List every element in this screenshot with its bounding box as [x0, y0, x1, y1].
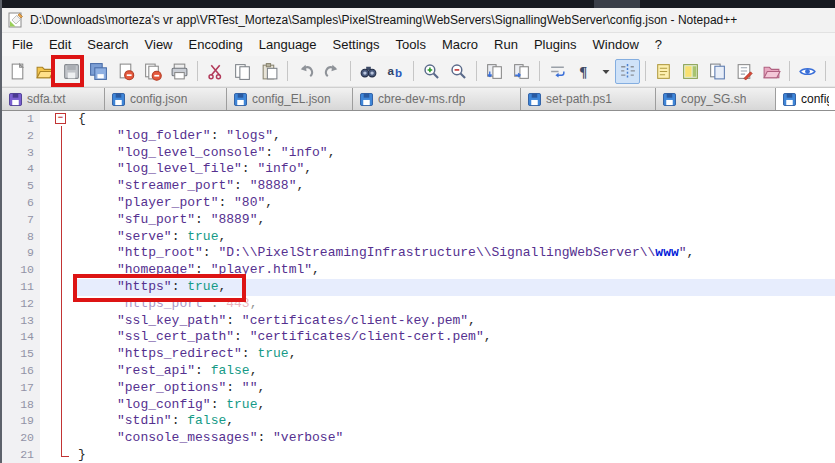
menu-view[interactable]: View: [137, 34, 181, 55]
fold-collapse-marker[interactable]: [40, 111, 76, 128]
close-icon[interactable]: [113, 59, 138, 84]
code-line-1[interactable]: 1{: [2, 111, 835, 128]
code-line-18[interactable]: 18 "log_config": true,: [2, 397, 835, 414]
code-line-2[interactable]: 2 "log_folder": "logs",: [2, 128, 835, 145]
show-all-characters-icon[interactable]: ¶: [572, 59, 597, 84]
editor-area[interactable]: 1{2 "log_folder": "logs",3 "log_level_co…: [2, 110, 835, 463]
fold-margin: [40, 413, 76, 430]
tab-label: config.json: [801, 92, 829, 106]
tab-label: set-path.ps1: [546, 92, 612, 106]
code-line-11[interactable]: 11 "https": true,: [2, 279, 835, 296]
menu-encoding[interactable]: Encoding: [181, 34, 251, 55]
tab-copy_SG.sh[interactable]: copy_SG.sh: [656, 88, 776, 110]
tab-set-path.ps1[interactable]: set-path.ps1: [521, 88, 656, 110]
code-text: "log_level_console": "info",: [76, 145, 835, 162]
tab-bar: sdfa.txtconfig.jsonconfig_EL.jsoncbre-de…: [2, 87, 835, 110]
line-number: 18: [2, 397, 40, 414]
new-file-icon[interactable]: [5, 59, 30, 84]
zoom-in-icon[interactable]: [419, 59, 444, 84]
notepad-plus-plus-window: D:\Downloads\morteza's vr app\VRTest_Mor…: [0, 0, 835, 463]
background-window-fragment: [594, 0, 640, 8]
code-line-10[interactable]: 10 "homepage": "player.html",: [2, 262, 835, 279]
code-line-16[interactable]: 16 "rest_api": false,: [2, 363, 835, 380]
line-number: 5: [2, 178, 40, 195]
menu-run[interactable]: Run: [486, 34, 526, 55]
folder-workspace-icon[interactable]: [759, 59, 784, 84]
code-line-15[interactable]: 15 "https_redirect": true,: [2, 346, 835, 363]
tab-sdfa.txt[interactable]: sdfa.txt: [2, 88, 105, 110]
menu-file[interactable]: File: [4, 34, 41, 55]
toolbar-separator: [789, 61, 790, 81]
paste-icon[interactable]: [257, 59, 282, 84]
menu-tools[interactable]: Tools: [388, 34, 434, 55]
open-file-icon[interactable]: [32, 59, 57, 84]
caret-down-icon[interactable]: [599, 59, 613, 84]
zoom-out-icon[interactable]: [446, 59, 471, 84]
code-text: {: [76, 111, 835, 128]
redo-icon[interactable]: [320, 59, 345, 84]
toolbar-separator: [539, 61, 540, 81]
menu-search[interactable]: Search: [79, 34, 136, 55]
tab-config_EL.json[interactable]: config_EL.json: [227, 88, 353, 110]
close-all-icon[interactable]: [140, 59, 165, 84]
copy-icon[interactable]: [230, 59, 255, 84]
line-number: 20: [2, 430, 40, 447]
replace-icon[interactable]: ab: [383, 59, 408, 84]
menu-window[interactable]: Window: [585, 34, 647, 55]
fold-minus-icon[interactable]: [55, 113, 66, 124]
code-line-14[interactable]: 14 "ssl_cert_path": "certificates/client…: [2, 329, 835, 346]
monitoring-icon[interactable]: [795, 59, 820, 84]
line-number: 3: [2, 145, 40, 162]
code-line-9[interactable]: 9 "http_root": "D:\\PixelStreamingInfras…: [2, 245, 835, 262]
undo-icon[interactable]: [293, 59, 318, 84]
top-dark-strip: [2, 0, 835, 8]
indent-guide-icon[interactable]: [615, 59, 640, 84]
document-list-icon[interactable]: [705, 59, 730, 84]
code-line-7[interactable]: 7 "sfu_port": "8889",: [2, 212, 835, 229]
save-all-icon[interactable]: [86, 59, 111, 84]
code-line-20[interactable]: 20 "console_messages": "verbose": [2, 430, 835, 447]
print-icon[interactable]: [167, 59, 192, 84]
code-line-6[interactable]: 6 "player_port": "80",: [2, 195, 835, 212]
code-text: "log_level_file": "info",: [76, 161, 835, 178]
menu-language[interactable]: Language: [251, 34, 325, 55]
code-line-19[interactable]: 19 "stdin": false,: [2, 413, 835, 430]
saved-file-icon: [783, 93, 796, 106]
code-text: "stdin": false,: [76, 413, 835, 430]
toolbar: ab¶: [2, 56, 835, 87]
code-line-12[interactable]: 12 "https_port": 443,: [2, 296, 835, 313]
tab-cbre-dev-ms.rdp[interactable]: cbre-dev-ms.rdp: [353, 88, 521, 110]
fold-margin: [40, 229, 76, 246]
find-icon[interactable]: [356, 59, 381, 84]
saved-file-icon: [234, 93, 247, 106]
code-line-13[interactable]: 13 "ssl_key_path": "certificates/client-…: [2, 313, 835, 330]
sync-horizontal-icon[interactable]: [509, 59, 534, 84]
code-line-3[interactable]: 3 "log_level_console": "info",: [2, 145, 835, 162]
function-list-icon[interactable]: [732, 59, 757, 84]
menu-macro[interactable]: Macro: [434, 34, 486, 55]
word-wrap-icon[interactable]: [545, 59, 570, 84]
fold-margin: [40, 128, 76, 145]
sync-vertical-icon[interactable]: [482, 59, 507, 84]
fold-margin: [40, 262, 76, 279]
menu-help[interactable]: ?: [647, 34, 670, 55]
saved-file-icon: [528, 93, 541, 106]
macro-record-icon[interactable]: [831, 59, 835, 84]
cut-icon[interactable]: [203, 59, 228, 84]
doc-switcher-icon[interactable]: [651, 59, 676, 84]
document-map-icon[interactable]: [678, 59, 703, 84]
menu-edit[interactable]: Edit: [41, 34, 79, 55]
code-line-21[interactable]: 21}: [2, 447, 835, 463]
code-text: "player_port": "80",: [76, 195, 835, 212]
code-line-17[interactable]: 17 "peer_options": "",: [2, 380, 835, 397]
fold-margin: [40, 195, 76, 212]
tab-config.json[interactable]: config.json: [105, 88, 227, 110]
code-line-4[interactable]: 4 "log_level_file": "info",: [2, 161, 835, 178]
code-line-5[interactable]: 5 "streamer_port": "8888",: [2, 178, 835, 195]
save-icon[interactable]: [59, 59, 84, 84]
tab-config.json[interactable]: config.json: [776, 87, 835, 110]
menu-plugins[interactable]: Plugins: [526, 34, 585, 55]
saved-file-icon: [112, 93, 125, 106]
code-line-8[interactable]: 8 "serve": true,: [2, 229, 835, 246]
menu-settings[interactable]: Settings: [325, 34, 388, 55]
